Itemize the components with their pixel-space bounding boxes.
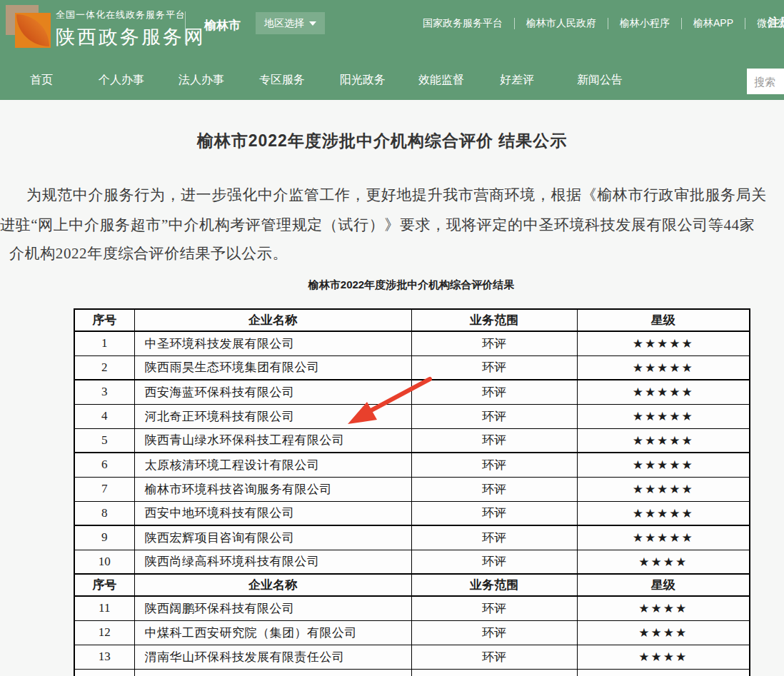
cell-name: 中煤科工西安研究院（集团）有限公司: [134, 620, 411, 645]
cell-name: 西安海蓝环保科技有限公司: [134, 380, 411, 404]
results-table-body: 序号企业名称业务范围星级1中圣环境科技发展有限公司环评★★★★★2陕西雨昊生态环…: [74, 309, 750, 676]
page-title: 榆林市2022年度涉批中介机构综合评价 结果公示: [0, 130, 764, 152]
cell-star: ★★★★★: [577, 331, 750, 355]
cell-name: 陕西雨昊生态环境集团有限公司: [134, 355, 411, 380]
region-select-button[interactable]: 地区选择: [256, 12, 325, 34]
cell-name: 中圣环境科技发展有限公司: [134, 331, 411, 355]
site-brand[interactable]: 全国一体化在线政务服务平台 陕西政务服务网: [56, 9, 206, 50]
cell-scope: 环评: [411, 550, 577, 574]
cell-star: ★★★★★: [577, 428, 750, 453]
cell-scope: 环评: [411, 453, 577, 477]
column-header: 企业名称: [134, 309, 411, 331]
column-header: 企业名称: [134, 574, 411, 596]
cell-scope: 环评: [411, 620, 577, 645]
cell-scope: 环评: [411, 477, 577, 501]
cell-no: 8: [74, 501, 134, 525]
nav-item-专区服务[interactable]: 专区服务: [259, 73, 305, 88]
header-link[interactable]: 榆林市人民政府: [515, 17, 608, 30]
cell-star: ★★★★★: [577, 501, 750, 525]
column-header: 星级: [577, 574, 750, 596]
table-row: 9陕西宏辉项目咨询有限公司环评★★★★★: [74, 525, 750, 550]
column-header: 业务范围: [411, 309, 577, 331]
cell-no: 11: [74, 596, 134, 620]
cell-no: 5: [74, 428, 134, 453]
cell-name: 河北奇正环境科技有限公司: [134, 404, 411, 428]
nav-item-个人办事[interactable]: 个人办事: [99, 73, 144, 88]
cell-star: ★★★★★: [577, 355, 750, 380]
table-header-row: 序号企业名称业务范围星级: [74, 574, 750, 596]
table-row: 12中煤科工西安研究院（集团）有限公司环评★★★★: [74, 620, 750, 645]
table-row: 13渭南华山环保科技发展有限责任公司环评★★★★: [74, 645, 750, 669]
brand-platform-label: 全国一体化在线政务服务平台: [56, 9, 206, 21]
table-row: 4河北奇正环境科技有限公司环评★★★★★: [74, 404, 750, 428]
table-row: 6太原核清环境工程设计有限公司环评★★★★★: [74, 453, 750, 477]
cell-no: 12: [74, 620, 134, 645]
header-link[interactable]: 榆林APP: [682, 17, 745, 30]
top-header-bar: 全国一体化在线政务服务平台 陕西政务服务网 榆林市 地区选择 国家政务服务平台榆…: [0, 0, 784, 61]
header-link[interactable]: 国家政务服务平台: [411, 17, 514, 30]
cell-scope: 环评: [411, 525, 577, 550]
cell-no: 3: [74, 380, 134, 404]
header-link[interactable]: 榆林小程序: [608, 17, 681, 30]
cell-scope: 环评: [411, 404, 577, 428]
cell-no: 6: [74, 453, 134, 477]
region-select-label: 地区选择: [264, 17, 304, 30]
table-row: 7榆林市环境科技咨询服务有限公司环评★★★★★: [74, 477, 750, 501]
results-table: 序号企业名称业务范围星级1中圣环境科技发展有限公司环评★★★★★2陕西雨昊生态环…: [74, 308, 750, 676]
main-nav: 首页个人办事法人办事专区服务阳光政务效能监督好差评新闻公告: [0, 61, 784, 100]
cell-name: [134, 669, 411, 676]
cell-no: 7: [74, 477, 134, 501]
cell-scope: 环评: [411, 596, 577, 620]
cell-no: 4: [74, 404, 134, 428]
cell-star: ★★★★: [577, 550, 750, 574]
cell-scope: [411, 669, 577, 676]
paragraph-line-1: 为规范中介服务行为，进一步强化中介监管工作，更好地提升我市营商环境，根据《榆林市…: [26, 185, 767, 205]
nav-item-首页[interactable]: 首页: [30, 73, 53, 88]
header-links: 国家政务服务平台榆林市人民政府榆林小程序榆林APP微信公众号: [411, 17, 784, 30]
table-row: 5陕西青山绿水环保科技工程有限公司环评★★★★★: [74, 428, 750, 453]
table-row: 3西安海蓝环保科技有限公司环评★★★★★: [74, 380, 750, 404]
cell-star: ★★★★★: [577, 453, 750, 477]
paragraph-line-2: 进驻“网上中介服务超市”中介机构考评管理规定（试行）》要求，现将评定的中圣环境科…: [0, 215, 755, 235]
cell-name: 榆林市环境科技咨询服务有限公司: [134, 477, 411, 501]
search-input[interactable]: [747, 69, 784, 94]
column-header: 序号: [74, 309, 134, 331]
cell-no: 1: [74, 331, 134, 355]
cell-star: ★★★★★: [577, 525, 750, 550]
cell-name: 陕西尚绿高科环境科技有限公司: [134, 550, 411, 574]
cell-star: ★★★★★: [577, 477, 750, 501]
table-caption: 榆林市2022年度涉批中介机构综合评价结果: [74, 278, 749, 292]
page: { "colors": { "header_green": "#619b75",…: [0, 0, 784, 676]
cell-name: 陕西青山绿水环保科技工程有限公司: [134, 428, 411, 453]
column-header: 业务范围: [411, 574, 577, 596]
cell-name: 渭南华山环保科技发展有限责任公司: [134, 645, 411, 669]
chevron-down-icon: [309, 21, 316, 26]
cell-no: [74, 669, 134, 676]
brand-divider: [185, 11, 186, 44]
cell-name: 太原核清环境工程设计有限公司: [134, 453, 411, 477]
table-header-row: 序号企业名称业务范围星级: [74, 309, 750, 331]
table-row: 2陕西雨昊生态环境集团有限公司环评★★★★★: [74, 355, 750, 380]
cell-scope: 环评: [411, 428, 577, 453]
nav-item-好差评[interactable]: 好差评: [500, 73, 534, 88]
table-row: 11陕西阔鹏环保科技有限公司环评★★★★: [74, 596, 750, 620]
nav-item-效能监督[interactable]: 效能监督: [418, 73, 464, 88]
cell-no: 10: [74, 550, 134, 574]
brand-site-name: 陕西政务服务网: [56, 24, 206, 50]
nav-item-法人办事[interactable]: 法人办事: [179, 73, 224, 88]
cell-name: 西安中地环境科技有限公司: [134, 501, 411, 525]
cell-name: 陕西宏辉项目咨询有限公司: [134, 525, 411, 550]
cell-scope: 环评: [411, 331, 577, 355]
table-row: [74, 669, 750, 676]
cell-no: 13: [74, 645, 134, 669]
nav-item-新闻公告[interactable]: 新闻公告: [577, 73, 623, 88]
cell-star: ★★★★★: [577, 404, 750, 428]
nav-item-阳光政务[interactable]: 阳光政务: [340, 73, 386, 88]
cell-name: 陕西阔鹏环保科技有限公司: [134, 596, 411, 620]
cell-scope: 环评: [411, 645, 577, 669]
register-link[interactable]: 注册: [768, 16, 784, 31]
cell-no: 2: [74, 355, 134, 380]
site-logo[interactable]: [6, 5, 49, 48]
cell-scope: 环评: [411, 501, 577, 525]
table-row: 10陕西尚绿高科环境科技有限公司环评★★★★: [74, 550, 750, 574]
